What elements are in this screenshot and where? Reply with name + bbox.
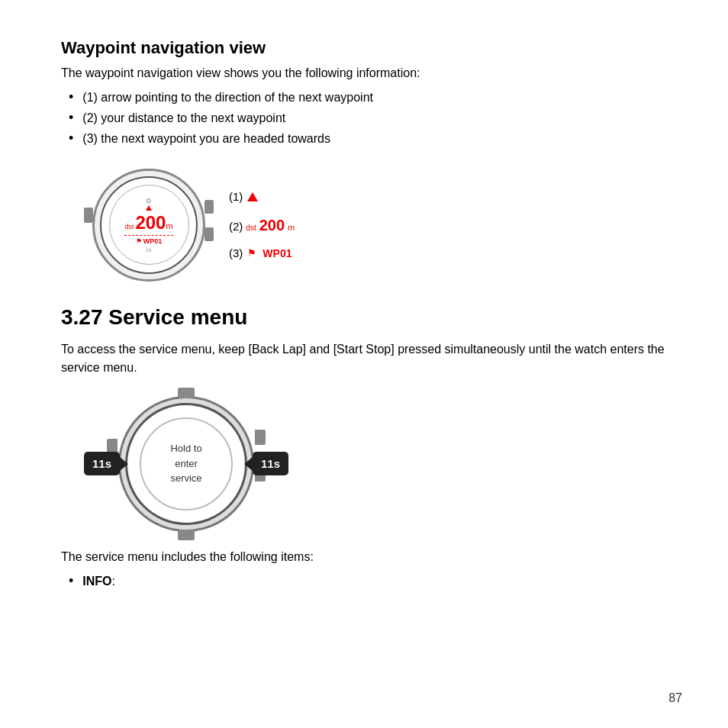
service-figure: 11s Hold toenterservice 11s [84, 395, 667, 533]
side-btn-right-top [255, 430, 266, 445]
legend-item2-prefix: (2) [229, 215, 243, 238]
lug-top [178, 388, 195, 398]
legend-waypoint: WP01 [263, 243, 292, 264]
service-menu-intro: To access the service menu, keep [Back L… [61, 340, 667, 377]
waypoint-legend: (1) (2) dst 200 m (3) ⚑ WP01 [229, 185, 295, 265]
watch-waypoint: WP01 [143, 237, 163, 245]
waypoint-figure: ⊙ dst 200 m ⚑ WP01 ▭ (1 [92, 168, 667, 282]
watch-unit: m [166, 221, 172, 230]
watch-top-icon: ⊙ [146, 197, 152, 205]
page-number: 87 [668, 691, 682, 705]
waypoint-intro: The waypoint navigation view shows you t… [61, 64, 667, 82]
lug-bottom [178, 530, 195, 540]
right-11s-button: 11s [253, 452, 288, 475]
watch-bottom-icon: ▭ [146, 246, 152, 253]
service-item-list: INFO: [69, 571, 667, 591]
waypoint-bullet-list: (1) arrow pointing to the direction of t… [69, 87, 667, 150]
watch-dst-label: dst [124, 223, 134, 230]
legend-item3-prefix: (3) [229, 242, 243, 265]
legend-item1-prefix: (1) [229, 185, 243, 208]
legend-unit: m [288, 219, 295, 236]
bullet-item-1: (1) arrow pointing to the direction of t… [69, 87, 667, 108]
bullet-item-3: (3) the next waypoint you are headed tow… [69, 128, 667, 149]
hold-to-enter-text: Hold toenterservice [170, 441, 201, 486]
legend-flag-icon: ⚑ [247, 243, 256, 263]
service-menu-list-intro: The service menu includes the following … [61, 548, 667, 566]
service-item-info-colon: : [112, 571, 115, 591]
bullet-item-2: (2) your distance to the next waypoint [69, 108, 667, 128]
watch-distance: 200 [135, 212, 166, 234]
service-menu-heading: 3.27 Service menu [61, 305, 667, 330]
service-item-info: INFO: [69, 571, 667, 591]
waypoint-heading: Waypoint navigation view [61, 38, 667, 58]
legend-arrow-icon [247, 192, 258, 201]
service-item-info-label: INFO [82, 571, 111, 591]
left-11s-button: 11s [84, 452, 120, 475]
legend-dst: dst [246, 221, 256, 236]
legend-distance: 200 [259, 210, 285, 240]
